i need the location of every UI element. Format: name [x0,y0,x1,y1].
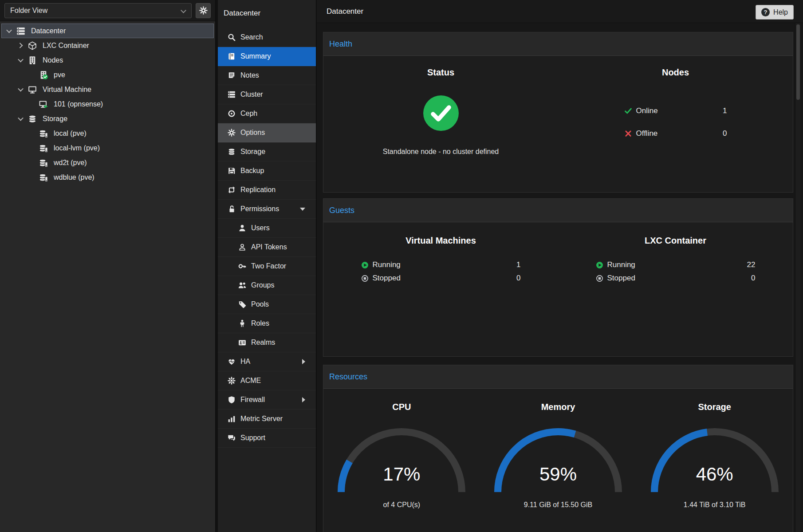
chevron-right-icon[interactable] [17,43,23,48]
heartbeat-icon [228,358,236,366]
nav-item-ha[interactable]: HA [218,352,316,371]
health-panel-title: Health [323,32,793,56]
chevron-down-icon[interactable] [18,115,24,121]
tree-toolbar: Folder View [0,0,215,21]
database-icon [28,114,37,123]
lxc-stopped-row: Stopped 0 [596,272,756,285]
node-online-row: Online 1 [624,103,727,118]
gauge-arc [335,426,468,497]
nav-item-options[interactable]: Options [218,123,316,142]
status-title: Status [323,67,558,78]
nav-item-metric-server[interactable]: Metric Server [218,410,316,429]
user-outline-icon [238,243,246,251]
health-body: Status Standalone node - no cluster defi… [323,56,793,156]
book-icon [228,52,236,60]
tree-item-lxc-container[interactable]: LXC Container [1,38,214,53]
check-circle-icon [422,95,460,132]
tree-item-pve[interactable]: pve [1,67,214,82]
nav-item-notes[interactable]: Notes [218,66,316,85]
help-button[interactable]: ? Help [756,5,794,20]
tree-item-datacenter[interactable]: Datacenter [1,24,214,38]
vm-running-row: Running 1 [361,258,521,272]
tree-settings-button[interactable] [196,3,211,18]
chevron-down-icon [181,8,186,13]
cpu-column: CPU 17% of 4 CPU(s) [323,389,480,509]
online-count: 1 [723,106,727,115]
node-offline-row: Offline 0 [624,126,727,141]
nav-item-ceph[interactable]: Ceph [218,104,316,123]
nav-item-two-factor[interactable]: Two Factor [218,257,316,276]
guests-body: Virtual Machines Running 1 [323,222,793,285]
search-icon [228,33,236,41]
ceph-icon [228,110,236,118]
nav-item-support[interactable]: Support [218,429,316,448]
lxc-running-count: 22 [747,260,756,269]
nav-item-pools[interactable]: Pools [218,295,316,314]
play-circle-icon [361,261,369,269]
tree-item-local-pve[interactable]: local (pve) [1,126,214,141]
caret-right-icon [302,397,305,402]
floppy-icon [228,167,236,175]
vm-title: Virtual Machines [323,236,558,246]
scrollbar-thumb[interactable] [796,24,800,100]
nav-item-acme[interactable]: ACME [218,371,316,390]
summary-content: Health Status Standalone node - no clust… [317,23,803,532]
lxc-stopped-count: 0 [751,274,755,283]
shield-icon [228,396,236,404]
storage-percent: 46% [648,464,781,485]
nav-item-permissions[interactable]: Permissions [218,200,316,219]
nav-menu: Search Summary Notes Cluster Ceph Option… [218,28,316,448]
vertical-scrollbar[interactable] [795,23,800,532]
nav-item-firewall[interactable]: Firewall [218,390,316,410]
nav-item-backup[interactable]: Backup [218,162,316,181]
tree-item-101-opnsense[interactable]: 101 (opnsense) [1,97,214,111]
id-card-icon [238,339,246,347]
nav-item-search[interactable]: Search [218,28,316,47]
storage-sub-label: 1.44 TiB of 3.10 TiB [636,501,793,509]
tree-item-virtual-machine[interactable]: Virtual Machine [1,82,214,97]
guests-panel-title: Guests [323,199,793,222]
tree-item-wdblue-pve[interactable]: wdblue (pve) [1,170,214,185]
nav-item-cluster[interactable]: Cluster [218,85,316,104]
gear-icon [228,129,236,137]
nav-title: Datacenter [218,0,316,28]
storage-title: Storage [636,402,793,412]
stop-circle-icon [361,275,369,282]
gauge-arc [648,426,781,497]
cube-icon [28,41,37,50]
lxc-running-row: Running 22 [596,258,756,272]
chevron-down-icon[interactable] [6,28,12,33]
nav-item-roles[interactable]: Roles [218,314,316,333]
chevron-down-icon[interactable] [18,57,24,63]
tag-icon [238,300,246,308]
memory-percent: 59% [492,464,625,485]
chevron-down-icon[interactable] [18,86,24,92]
nav-item-users[interactable]: Users [218,219,316,238]
nodes-title: Nodes [558,67,793,78]
tree-item-wd2t-pve[interactable]: wd2t (pve) [1,155,214,170]
main-area: Datacenter ? Help Health Status Stand [317,0,803,532]
nav-item-groups[interactable]: Groups [218,276,316,295]
cpu-percent: 17% [335,464,468,485]
replication-icon [228,186,236,194]
building-check-icon [39,71,48,79]
memory-title: Memory [480,402,637,412]
tree-item-nodes[interactable]: Nodes [1,53,214,67]
tree-item-local-lvm-pve[interactable]: local-lvm (pve) [1,141,214,155]
nav-item-summary[interactable]: Summary [218,47,316,66]
key-icon [238,262,246,270]
main-header: Datacenter ? Help [317,0,803,23]
tree-item-storage[interactable]: Storage [1,111,214,126]
proxmox-app: Folder View Datacenter LXC Container N [0,0,803,532]
nav-item-realms[interactable]: Realms [218,333,316,352]
person-icon [238,319,246,327]
nav-item-storage[interactable]: Storage [218,142,316,162]
caret-down-icon [300,208,305,211]
cpu-sub-label: of 4 CPU(s) [323,501,480,509]
folder-view-select[interactable]: Folder View [4,3,192,18]
monitor-play-icon [39,100,48,109]
flower-icon [228,377,236,385]
resources-panel: Resources CPU 17% of 4 CPU(s) [323,365,793,532]
nav-item-replication[interactable]: Replication [218,181,316,200]
nav-item-api-tokens[interactable]: API Tokens [218,238,316,257]
